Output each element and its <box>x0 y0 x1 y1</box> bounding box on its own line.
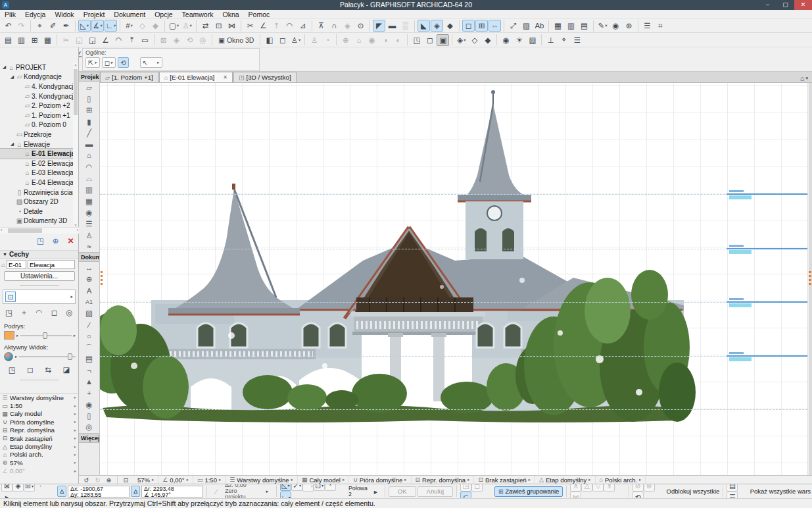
fill-tool[interactable]: ▨ <box>79 308 99 319</box>
trace-color-swatch[interactable] <box>4 331 14 340</box>
render-icon[interactable]: ◉ <box>500 34 512 46</box>
group-icon[interactable]: ◳ <box>460 484 471 492</box>
tree-vscroll-thumb[interactable] <box>74 69 78 115</box>
grid-display-icon[interactable]: ▦ <box>552 20 564 32</box>
show-all-layers-label[interactable]: Pokaż wszystkie wars <box>750 488 811 495</box>
look-to-icon[interactable]: ◑ <box>379 34 391 46</box>
find-select-icon[interactable]: ∠ <box>99 34 112 46</box>
ok-button[interactable]: OK <box>389 486 416 497</box>
toolbox-header-dokument[interactable]: Dokument <box>79 252 99 262</box>
detail-tool[interactable]: ◉ <box>79 399 99 410</box>
relative-coords-icon[interactable]: ◈ <box>12 484 24 492</box>
curve-snap-icon[interactable]: ⌒ <box>302 484 314 492</box>
tree-item-dokumenty-3d[interactable]: ▣Dokumenty 3D <box>0 216 74 226</box>
snap-check-icon[interactable]: ✓ <box>291 484 302 491</box>
graphic-override-combo[interactable]: ⊡Brak zastąpień▸ <box>0 434 78 442</box>
window-3d-button[interactable]: ▣Okno 3D <box>215 34 257 46</box>
dot-icon[interactable]: · <box>35 484 46 492</box>
layers-combo[interactable]: ☰Warstwy domyślne▸ <box>0 394 78 401</box>
active-view-slider[interactable] <box>19 353 76 361</box>
zone-tool[interactable]: ◉ <box>79 207 99 218</box>
structure-option[interactable]: ▦Cały model▸ <box>298 476 349 484</box>
vector-hatch-icon[interactable]: ▒ <box>399 20 412 32</box>
bring-to-front-icon[interactable]: ⊼ <box>570 484 581 492</box>
column-tool[interactable]: ▮ <box>79 116 99 127</box>
redo-icon[interactable]: ↷ <box>15 20 28 32</box>
tree-expander-icon[interactable]: ◢ <box>9 141 15 147</box>
wall-cleanup-icon[interactable]: ◤ <box>373 20 385 32</box>
cut-icon[interactable]: ✂ <box>60 34 72 46</box>
trace-opacity-slider[interactable] <box>20 332 71 340</box>
wand-icon[interactable]: * <box>325 484 336 491</box>
active-view-slider-thumb[interactable] <box>68 353 72 360</box>
circle-tool[interactable]: ○ <box>79 330 99 342</box>
guide-snap-icon[interactable]: ◺ <box>280 484 291 491</box>
snap-points-icon[interactable]: ∟ <box>105 20 117 32</box>
stair-tool[interactable]: ☰ <box>79 218 99 230</box>
expand-left-icon[interactable]: ▸ <box>1 492 12 499</box>
toolbox-header-projekt[interactable]: Projekt <box>79 72 99 82</box>
gravity-vector-icon[interactable]: ◆ <box>149 20 162 32</box>
3d-home-icon[interactable]: ⌂ <box>352 34 365 46</box>
roof-tool[interactable]: ⌂ <box>79 150 99 161</box>
label-tool[interactable]: A1 <box>79 296 99 307</box>
marquee-3d-icon[interactable]: ⊕ <box>339 34 352 46</box>
marker-style-combo[interactable]: ⊡ ▸ <box>3 290 76 304</box>
close-button[interactable]: ✕ <box>794 0 812 10</box>
settings-button[interactable]: Ustawienia... <box>4 271 75 281</box>
delta-ra-toggle[interactable]: Δ <box>131 486 140 497</box>
tree-vertical-scrollbar[interactable]: ∧∨ <box>73 63 78 227</box>
story-marker-line[interactable] <box>727 193 807 195</box>
copy-icon[interactable]: ◱ <box>73 34 85 46</box>
options-expand-icon[interactable]: ▸ <box>370 486 381 497</box>
orbit-icon[interactable]: ◐ <box>392 34 404 46</box>
stretch-icon[interactable]: ⋈ <box>226 20 238 32</box>
trace-slider-thumb[interactable] <box>43 332 47 339</box>
elevate-icon[interactable]: ⤒ <box>270 20 283 32</box>
dimension-std-option[interactable]: ⌂Polski arch.▸ <box>596 476 646 484</box>
elevate-edit-icon[interactable]: ⤒ <box>126 34 138 46</box>
canvas-vertical-scrollbar[interactable] <box>807 83 812 475</box>
annotation-icon[interactable]: ✎ <box>596 20 609 32</box>
show-all-layers-icon[interactable]: ☰ <box>727 492 738 499</box>
properties-header[interactable]: ▼ Cechy <box>0 250 78 259</box>
slab-tool[interactable]: ▬ <box>79 138 99 149</box>
zoom-forward-icon[interactable]: ↻ <box>93 476 103 484</box>
menu-item-edycja[interactable]: Edycja <box>20 10 51 19</box>
story-marker-line[interactable] <box>727 355 807 357</box>
shell-tool[interactable]: ◠ <box>79 161 99 172</box>
tree-item-e01[interactable]: ⌂E-01 Elewacja (Mode <box>0 149 74 159</box>
copy-settings-icon[interactable]: ◻ <box>48 307 60 318</box>
pick-up-parameters-icon[interactable]: ⌖ <box>34 20 46 32</box>
worksheet-tool[interactable]: ▯ <box>79 410 99 421</box>
unlock-icon[interactable]: ⊚ <box>644 484 655 492</box>
update-view-icon[interactable]: ◎ <box>63 307 76 318</box>
split-icon[interactable]: ✂ <box>244 20 256 32</box>
move-marker-icon[interactable]: + <box>18 307 30 318</box>
shell-edit-icon[interactable]: ◎ <box>197 34 209 46</box>
camera-tool-icon[interactable]: ◉ <box>366 34 378 46</box>
camera-path-icon[interactable]: ⊕ <box>623 20 635 32</box>
pen-set-combo[interactable]: ∪Pióra domyślne▸ <box>0 418 78 426</box>
gravity-icon[interactable]: ◇ <box>136 20 149 32</box>
explore-model-icon[interactable]: ♙ <box>308 34 320 46</box>
tab-poziom-1[interactable]: ▱[1. Poziom +1] <box>100 72 158 82</box>
vr-scene-icon[interactable]: ◔ <box>321 34 333 46</box>
mesh-tool[interactable]: ▦ <box>79 195 99 207</box>
pens-option[interactable]: ∪Pióra domyślne▸ <box>349 476 411 484</box>
rotation-option[interactable]: ∠0,00°▸ <box>158 476 193 484</box>
tree-item-kondygnacja-3[interactable]: ▱3. Kondygnacja <box>0 91 74 101</box>
undo-icon[interactable]: ↶ <box>2 20 14 32</box>
element-snap-icon[interactable]: ▢ <box>168 20 180 32</box>
arrow-tool-preview[interactable]: ↖▸ <box>140 57 162 68</box>
camera-tool[interactable]: ◎ <box>79 422 99 433</box>
fillet-icon[interactable]: ◠ <box>283 20 296 32</box>
float-window-icon[interactable]: ◻ <box>423 34 436 46</box>
modify-icon[interactable]: ▭ <box>139 34 151 46</box>
send-backward-icon[interactable]: ▽ <box>592 484 604 492</box>
scale-option[interactable]: ▭1:50▸ <box>193 476 226 484</box>
tracker-options-icon[interactable]: ⊠ <box>1 484 12 492</box>
toolbox-more-button[interactable]: Więcej <box>79 433 99 443</box>
menu-item-widok[interactable]: Widok <box>50 10 78 19</box>
ungroup-icon[interactable]: ◻ <box>471 484 483 492</box>
